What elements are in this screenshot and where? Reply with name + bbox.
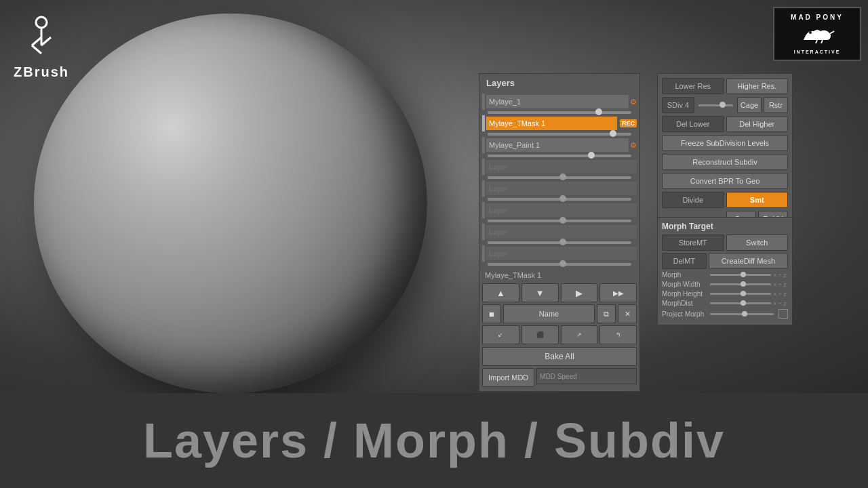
morph-width-label: Morph Width <box>662 281 708 288</box>
morph-slider-row-3: Morph Height × ÷ z <box>662 290 788 298</box>
morph-xyz-4: × ÷ z <box>773 300 788 307</box>
layer-name-btn-3[interactable]: Mylaye_Paint 1 <box>486 138 629 152</box>
zbrush-logo: ZBrush <box>14 10 69 80</box>
convert-bpr-btn[interactable]: Convert BPR To Geo <box>662 173 788 189</box>
switch-btn[interactable]: Switch <box>726 235 789 251</box>
morph-xyz-2: × ÷ z <box>773 281 788 288</box>
layer-extra-btn-4[interactable]: ↰ <box>599 325 637 344</box>
layer-name-btn-2[interactable]: Mylaye_TMask 1 <box>486 117 617 130</box>
layer-right2-btn[interactable]: ▶▶ <box>599 283 637 302</box>
layer-slider-row-8 <box>482 263 637 267</box>
layer-sidebar-7 <box>482 224 485 240</box>
morph-slider[interactable] <box>710 274 771 276</box>
morph-panel: Morph Target StoreMT Switch DelMT Create… <box>657 217 793 325</box>
subdiv-row-1: Lower Res Higher Res. <box>662 78 788 94</box>
layer-row-5: Layer <box>482 180 637 197</box>
morph-slider-row-1: Morph × ÷ z <box>662 271 788 279</box>
layer-slider-track-5[interactable] <box>488 198 631 201</box>
layer-sidebar-8 <box>482 245 485 262</box>
layer-name-btn-6[interactable]: Layer <box>486 203 637 217</box>
storemt-btn[interactable]: StoreMT <box>662 235 724 251</box>
reconstruct-subdiv-btn[interactable]: Reconstruct Subdiv <box>662 154 788 170</box>
del-higher-btn[interactable]: Del Higher <box>726 116 789 132</box>
cage-btn[interactable]: Cage <box>737 97 762 113</box>
pony-icon <box>797 23 837 43</box>
layer-name-btn-5[interactable]: Layer <box>486 182 637 195</box>
creatediff-btn[interactable]: CreateDiff Mesh <box>709 253 788 269</box>
layer-gear-icon-3: ⚙ <box>630 141 637 150</box>
bake-all-btn[interactable]: Bake All <box>482 347 637 366</box>
morph-width-thumb <box>741 281 746 287</box>
layer-name-action-btn[interactable]: Name <box>503 304 595 323</box>
layer-extra-btn-1[interactable]: ↙ <box>482 325 519 344</box>
freeze-subdiv-btn[interactable]: Freeze SubDivision Levels <box>662 135 788 151</box>
layer-slider-thumb-8 <box>559 260 566 267</box>
sdiv-slider-thumb <box>719 102 726 108</box>
layer-up-btn[interactable]: ▲ <box>482 283 519 302</box>
layer-name-btn-4[interactable]: Layer <box>486 160 637 174</box>
layer-slider-track-6[interactable] <box>488 220 631 222</box>
selected-layer-display: Mylaye_TMask 1 <box>479 270 639 281</box>
layer-name-btn-7[interactable]: Layer <box>486 225 637 239</box>
svg-line-2 <box>32 37 41 45</box>
import-mdd-btn[interactable]: Import MDD <box>482 368 534 387</box>
subdiv-row-3: Del Lower Del Higher <box>662 116 788 132</box>
layer-sidebar-5 <box>482 180 485 197</box>
layer-sidebar-3 <box>482 137 485 153</box>
layer-slider-track-4[interactable] <box>488 176 631 179</box>
layer-down-btn[interactable]: ▼ <box>521 283 559 302</box>
subdiv-panel: Lower Res Higher Res. SDiv 4 Cage Rstr D… <box>657 73 793 235</box>
divide-btn[interactable]: Divide <box>662 192 724 208</box>
layer-slider-track-3[interactable] <box>488 155 631 157</box>
project-morph-checkbox[interactable] <box>778 309 788 319</box>
rstr-btn[interactable]: Rstr <box>764 97 788 113</box>
sdiv-slider[interactable] <box>698 104 733 106</box>
lower-res-btn[interactable]: Lower Res <box>662 78 724 94</box>
subdiv-row-2: SDiv 4 Cage Rstr <box>662 97 788 113</box>
layer-copy-btn[interactable]: ⧉ <box>597 304 616 323</box>
svg-point-5 <box>809 31 812 34</box>
layer-slider-thumb-6 <box>559 217 566 224</box>
layer-x-btn[interactable]: ✕ <box>618 304 637 323</box>
madpony-logo: MAD PONY INTERACTIVE <box>773 7 861 61</box>
layer-name-btn-1[interactable]: Mylaye_1 <box>486 95 629 108</box>
layer-slider-track-7[interactable] <box>488 241 631 244</box>
layer-extra-btn-3[interactable]: ↗ <box>561 325 598 344</box>
layer-controls-1: ⚙ <box>630 98 637 106</box>
layer-name-btn-8[interactable]: Layer <box>486 247 637 260</box>
layer-gear-icon-1: ⚙ <box>630 98 637 106</box>
project-morph-row: Project Morph <box>662 309 788 319</box>
morph-width-slider[interactable] <box>710 283 771 285</box>
layer-extra-btn-2[interactable]: ⬛ <box>521 325 559 344</box>
sphere-preview <box>34 14 427 393</box>
svg-line-7 <box>816 40 817 43</box>
higher-res-btn[interactable]: Higher Res. <box>726 78 789 94</box>
del-lower-btn[interactable]: Del Lower <box>662 116 724 132</box>
layer-slider-track-2[interactable] <box>488 133 631 136</box>
layer-right-btn[interactable]: ▶ <box>561 283 598 302</box>
layer-controls-2: REC <box>618 119 637 127</box>
sdiv-btn[interactable]: SDiv 4 <box>662 97 694 113</box>
morph-height-slider[interactable] <box>710 293 771 295</box>
layer-square-btn[interactable]: ■ <box>482 304 501 323</box>
morph-slider-thumb <box>741 272 746 277</box>
layer-slider-track-8[interactable] <box>488 263 631 266</box>
smt-btn[interactable]: Smt <box>726 192 789 208</box>
svg-point-0 <box>36 17 47 28</box>
layer-row-4: Layer <box>482 159 637 175</box>
morph-row-2: DelMT CreateDiff Mesh <box>662 253 788 269</box>
layer-slider-thumb-5 <box>559 195 566 202</box>
project-morph-slider[interactable] <box>710 313 774 315</box>
delmt-btn[interactable]: DelMT <box>662 253 707 269</box>
layer-slider-thumb-4 <box>559 174 566 180</box>
svg-line-3 <box>32 45 41 54</box>
morph-panel-title: Morph Target <box>662 222 788 231</box>
svg-line-4 <box>41 37 51 45</box>
layer-sidebar-4 <box>482 159 485 175</box>
layer-slider-track-1[interactable] <box>488 111 631 114</box>
layers-panel: Layers Mylaye_1 ⚙ <box>479 73 640 392</box>
layers-list: Mylaye_1 ⚙ Mylaye_TMask 1 REC <box>479 92 639 270</box>
morph-dist-slider[interactable] <box>710 302 771 304</box>
layer-row-2: Mylaye_TMask 1 REC <box>482 115 637 131</box>
morph-slider-row-2: Morph Width × ÷ z <box>662 281 788 288</box>
